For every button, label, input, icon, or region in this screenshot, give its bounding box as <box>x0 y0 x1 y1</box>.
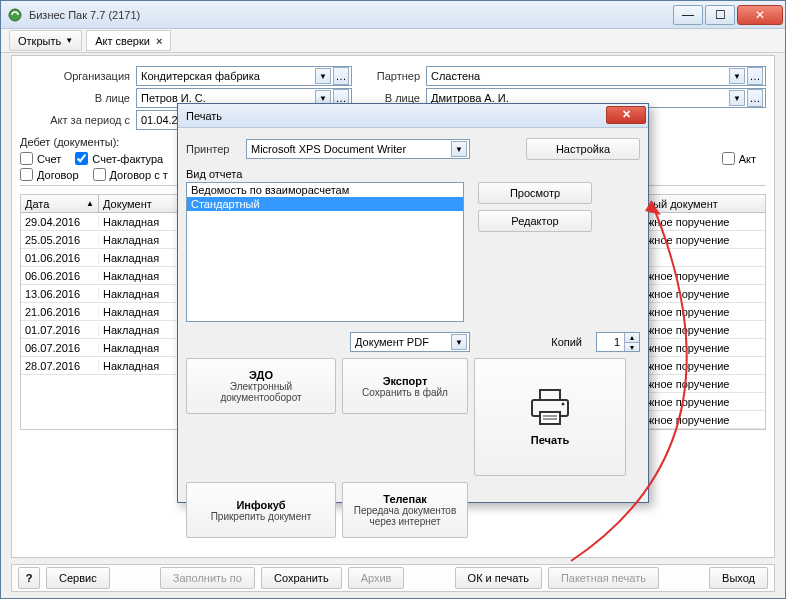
list-item[interactable]: Ведомость по взаиморасчетам <box>187 183 463 197</box>
table-row[interactable]: жное поручение <box>643 357 765 375</box>
batch-print-button[interactable]: Пакетная печать <box>548 567 659 589</box>
table-row[interactable]: 01.07.2016Накладная <box>21 321 197 339</box>
right-table: ный документ жное поручениежное поручени… <box>642 194 766 430</box>
table-row[interactable]: жное поручение <box>643 375 765 393</box>
period-label: Акт за период с <box>20 114 130 126</box>
report-listbox[interactable]: Ведомость по взаиморасчетам Стандартный <box>186 182 464 322</box>
tab-akt-sverki[interactable]: Акт сверки× <box>86 30 171 51</box>
chk-sf[interactable]: Счет-фактура <box>75 152 163 165</box>
chevron-down-icon: ▼ <box>65 36 73 45</box>
printer-icon <box>526 388 574 428</box>
col-date[interactable]: Дата▲ <box>21 195 99 212</box>
report-label: Вид отчета <box>186 168 640 180</box>
docpdf-combo[interactable]: Документ PDF ▼ <box>350 332 470 352</box>
chk-akt[interactable]: Акт <box>722 152 756 165</box>
btn-sub: Передача документов через интернет <box>347 505 463 527</box>
table-row[interactable]: 28.07.2016Накладная <box>21 357 197 375</box>
table-row[interactable]: жное поручение <box>643 285 765 303</box>
chk-dogovor[interactable]: Договор <box>20 168 79 181</box>
edo-button[interactable]: ЭДО Электронный документооборот <box>186 358 336 414</box>
table-row[interactable]: 29.04.2016Накладная <box>21 213 197 231</box>
chevron-down-icon[interactable]: ▼ <box>729 90 745 106</box>
docpdf-value: Документ PDF <box>355 336 429 348</box>
print-button[interactable]: Печать <box>474 358 626 476</box>
btn-sub: Сохранить в файл <box>362 387 448 398</box>
partner-combo[interactable]: Сластена ▼ … <box>426 66 766 86</box>
table-row[interactable]: жное поручение <box>643 303 765 321</box>
preview-button[interactable]: Просмотр <box>478 182 592 204</box>
table-row[interactable]: 21.06.2016Накладная <box>21 303 197 321</box>
help-button[interactable]: ? <box>18 567 40 589</box>
table-row[interactable]: жное поручение <box>643 411 765 429</box>
table-row[interactable] <box>643 249 765 267</box>
table-row[interactable]: жное поручение <box>643 231 765 249</box>
chk-label: Счет <box>37 153 61 165</box>
dialog-titlebar: Печать ✕ <box>178 104 648 128</box>
table-row[interactable]: 25.05.2016Накладная <box>21 231 197 249</box>
main-window: Бизнес Пак 7.7 (2171) — ☐ ✕ Открыть▼ Акт… <box>0 0 786 599</box>
chevron-down-icon[interactable]: ▼ <box>315 68 331 84</box>
ellipsis-button[interactable]: … <box>747 89 763 107</box>
dialog-close-button[interactable]: ✕ <box>606 106 646 124</box>
spinner-down[interactable]: ▼ <box>625 342 639 351</box>
svg-rect-1 <box>540 390 560 400</box>
window-title: Бизнес Пак 7.7 (2171) <box>29 9 671 21</box>
maximize-button[interactable]: ☐ <box>705 5 735 25</box>
table-row[interactable]: жное поручение <box>643 321 765 339</box>
printer-value: Microsoft XPS Document Writer <box>251 143 406 155</box>
partner-label: Партнер <box>360 70 420 82</box>
chk-label: Договор <box>37 169 79 181</box>
col-right[interactable]: ный документ <box>643 195 765 212</box>
left-table: Дата▲ Документ 29.04.2016Накладная25.05.… <box>20 194 198 430</box>
print-dialog: Печать ✕ Принтер Microsoft XPS Document … <box>177 103 649 503</box>
partner-value: Сластена <box>431 70 480 82</box>
chevron-down-icon[interactable]: ▼ <box>451 334 467 350</box>
infokub-button[interactable]: Инфокуб Прикрепить документ <box>186 482 336 538</box>
copies-input[interactable]: 1 ▲ ▼ <box>596 332 640 352</box>
editor-button[interactable]: Редактор <box>478 210 592 232</box>
chk-label: Счет-фактура <box>92 153 163 165</box>
table-row[interactable]: жное поручение <box>643 213 765 231</box>
footer-bar: ? Сервис Заполнить по Сохранить Архив ОК… <box>11 564 775 592</box>
chevron-down-icon[interactable]: ▼ <box>451 141 467 157</box>
org-value: Кондитерская фабрика <box>141 70 260 82</box>
table-row[interactable]: жное поручение <box>643 339 765 357</box>
fill-button[interactable]: Заполнить по <box>160 567 255 589</box>
chk-schet[interactable]: Счет <box>20 152 61 165</box>
table-row[interactable]: 06.06.2016Накладная <box>21 267 197 285</box>
tab-label: Акт сверки <box>95 35 150 47</box>
table-row[interactable]: 01.06.2016Накладная <box>21 249 197 267</box>
export-button[interactable]: Экспорт Сохранить в файл <box>342 358 468 414</box>
btn-title: Печать <box>531 434 569 446</box>
minimize-button[interactable]: — <box>673 5 703 25</box>
close-icon[interactable]: × <box>156 35 162 47</box>
close-button[interactable]: ✕ <box>737 5 783 25</box>
table-row[interactable]: жное поручение <box>643 393 765 411</box>
telepak-button[interactable]: Телепак Передача документов через интерн… <box>342 482 468 538</box>
copies-label: Копий <box>551 336 582 348</box>
list-item-selected[interactable]: Стандартный <box>187 197 463 211</box>
ok-print-button[interactable]: ОК и печать <box>455 567 542 589</box>
ellipsis-button[interactable]: … <box>333 67 349 85</box>
org-combo[interactable]: Кондитерская фабрика ▼ … <box>136 66 352 86</box>
face1-label: В лице <box>20 92 130 104</box>
setup-button[interactable]: Настройка <box>526 138 640 160</box>
service-button[interactable]: Сервис <box>46 567 110 589</box>
chk-dogovor-t[interactable]: Договор с т <box>93 168 168 181</box>
chk-label: Договор с т <box>110 169 168 181</box>
ellipsis-button[interactable]: … <box>747 67 763 85</box>
open-button[interactable]: Открыть▼ <box>9 30 82 51</box>
table-row[interactable]: 06.07.2016Накладная <box>21 339 197 357</box>
spinner-up[interactable]: ▲ <box>625 333 639 342</box>
btn-title: ЭДО <box>249 369 273 381</box>
printer-combo[interactable]: Microsoft XPS Document Writer ▼ <box>246 139 470 159</box>
chevron-down-icon[interactable]: ▼ <box>729 68 745 84</box>
save-button[interactable]: Сохранить <box>261 567 342 589</box>
dialog-title: Печать <box>186 110 606 122</box>
btn-sub: Электронный документооборот <box>191 381 331 403</box>
archive-button[interactable]: Архив <box>348 567 405 589</box>
exit-button[interactable]: Выход <box>709 567 768 589</box>
table-row[interactable]: 13.06.2016Накладная <box>21 285 197 303</box>
table-row[interactable]: жное поручение <box>643 267 765 285</box>
app-icon <box>7 7 23 23</box>
